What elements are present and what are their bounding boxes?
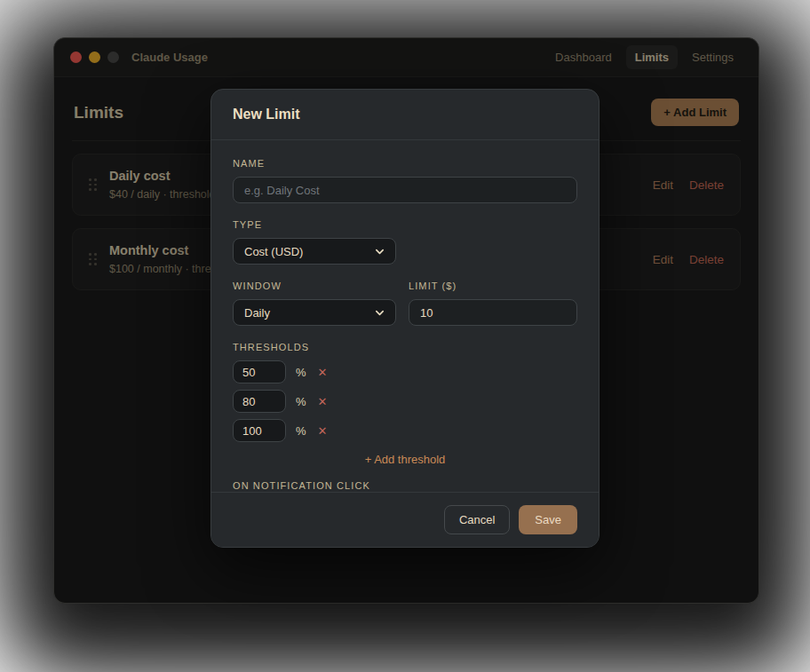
percent-label: % xyxy=(296,424,306,438)
thresholds-group: THRESHOLDS % ✕ % ✕ % ✕ + Add threshold xyxy=(233,342,577,466)
chevron-down-icon xyxy=(375,247,385,257)
percent-label: % xyxy=(296,395,306,408)
modal-body: NAME TYPE Cost (USD) WINDOW Daily xyxy=(211,140,599,492)
name-field-group: NAME xyxy=(233,158,577,203)
remove-threshold-icon[interactable]: ✕ xyxy=(318,425,328,437)
add-threshold-link[interactable]: + Add threshold xyxy=(233,453,577,466)
notification-click-label: ON NOTIFICATION CLICK xyxy=(233,480,577,491)
screenshot-stage: Claude Usage Dashboard Limits Settings L… xyxy=(0,0,810,672)
percent-label: % xyxy=(296,366,306,379)
new-limit-modal: New Limit NAME TYPE Cost (USD) WINDOW xyxy=(210,89,600,548)
limit-label: LIMIT ($) xyxy=(409,281,577,291)
threshold-input[interactable] xyxy=(233,419,286,442)
threshold-row: % ✕ xyxy=(233,419,577,442)
modal-header: New Limit xyxy=(211,90,599,140)
chevron-down-icon xyxy=(375,308,385,318)
name-label: NAME xyxy=(233,158,577,169)
window-label: WINDOW xyxy=(233,281,396,291)
name-input[interactable] xyxy=(233,177,577,203)
window-field-group: WINDOW Daily xyxy=(233,281,396,326)
remove-threshold-icon[interactable]: ✕ xyxy=(318,367,328,378)
thresholds-label: THRESHOLDS xyxy=(233,342,577,352)
modal-footer: Cancel Save xyxy=(211,492,599,547)
type-select[interactable]: Cost (USD) xyxy=(233,238,396,265)
threshold-input[interactable] xyxy=(233,360,286,383)
type-select-value: Cost (USD) xyxy=(244,245,303,258)
type-field-group: TYPE Cost (USD) xyxy=(233,219,577,265)
type-label: TYPE xyxy=(233,219,577,230)
threshold-row: % ✕ xyxy=(233,360,577,383)
window-select-value: Daily xyxy=(244,306,270,320)
limit-field-group: LIMIT ($) xyxy=(409,281,577,326)
threshold-input[interactable] xyxy=(233,390,286,413)
threshold-row: % ✕ xyxy=(233,390,577,413)
cancel-button[interactable]: Cancel xyxy=(444,505,510,534)
window-limit-row: WINDOW Daily LIMIT ($) xyxy=(233,281,577,326)
window-select[interactable]: Daily xyxy=(233,299,396,326)
modal-title: New Limit xyxy=(233,107,577,123)
limit-input[interactable] xyxy=(409,299,577,326)
save-button[interactable]: Save xyxy=(519,505,577,534)
remove-threshold-icon[interactable]: ✕ xyxy=(318,396,328,407)
